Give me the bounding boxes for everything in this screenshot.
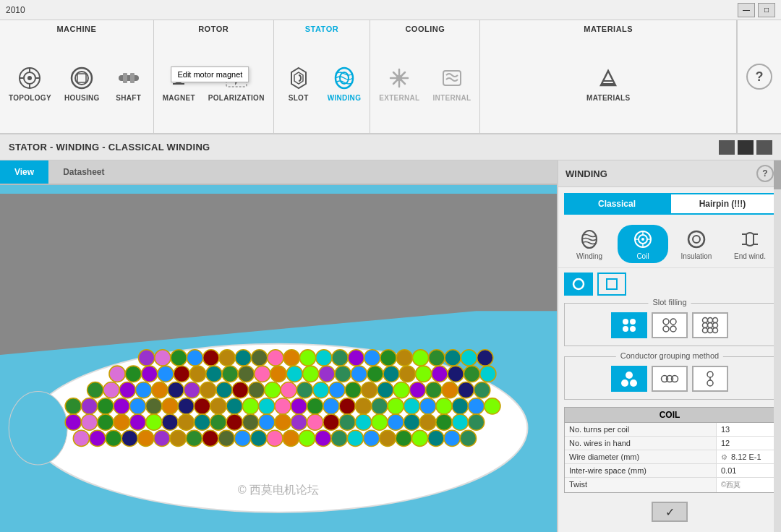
svg-point-84 xyxy=(170,430,186,446)
hairpin-mode-button[interactable]: Hairpin (!!!) xyxy=(670,193,775,215)
winding-tab-icon[interactable]: Winding xyxy=(564,225,615,263)
svg-point-211 xyxy=(707,380,713,386)
svg-point-130 xyxy=(142,366,158,382)
svg-point-120 xyxy=(361,382,377,398)
housing-button[interactable]: HOUSING xyxy=(59,59,106,106)
svg-point-205 xyxy=(621,379,628,387)
insulation-tab-icon[interactable]: Insulation xyxy=(671,225,722,263)
svg-point-148 xyxy=(432,366,448,382)
confirm-button[interactable]: ✓ xyxy=(652,502,688,522)
svg-point-86 xyxy=(202,430,218,446)
svg-point-19 xyxy=(396,75,402,81)
coil-val-diameter[interactable]: ⚙ 8.12 E-1 xyxy=(717,450,774,463)
svg-rect-11 xyxy=(123,73,127,83)
minimize-button[interactable]: — xyxy=(738,3,755,17)
square-shape-button[interactable] xyxy=(597,273,626,296)
tab-bar: View Datasheet xyxy=(0,160,557,185)
internal-button[interactable]: INTERNAL xyxy=(427,59,477,106)
svg-point-138 xyxy=(270,366,286,382)
mode-buttons: Classical Hairpin (!!!) xyxy=(564,193,775,215)
insulation-tab-svg xyxy=(685,228,708,251)
svg-point-98 xyxy=(396,430,411,446)
svg-point-38 xyxy=(275,398,291,414)
svg-rect-20 xyxy=(443,71,461,85)
view-icon-2[interactable] xyxy=(738,140,754,155)
title-bar-text: 2010 xyxy=(6,5,25,15)
coil-val-twist[interactable]: ©西莫 xyxy=(717,478,774,492)
svg-point-51 xyxy=(485,398,500,414)
cg-button-1[interactable] xyxy=(611,366,647,392)
svg-point-94 xyxy=(331,430,347,446)
svg-point-157 xyxy=(219,350,235,366)
coil-key-diameter: Wire diameter (mm) xyxy=(565,450,717,463)
help-toolbar-button[interactable]: ? xyxy=(746,64,772,90)
external-button[interactable]: EXTERNAL xyxy=(373,59,425,106)
tab-view[interactable]: View xyxy=(0,160,48,184)
topology-button[interactable]: TOPOLOGY xyxy=(3,59,57,106)
coil-val-turns[interactable]: 13 xyxy=(717,423,774,436)
tab-datasheet[interactable]: Datasheet xyxy=(48,160,119,184)
svg-point-210 xyxy=(707,372,713,377)
internal-label: INTERNAL xyxy=(433,94,471,102)
svg-point-193 xyxy=(663,326,669,332)
shaft-button[interactable]: SHAFT xyxy=(107,59,150,106)
slot-label: SLOT xyxy=(289,94,309,102)
slot-fill-button-1[interactable] xyxy=(611,312,647,338)
magnet-button[interactable]: MAGNET Edit motor magnet xyxy=(157,59,201,106)
svg-point-85 xyxy=(186,430,202,446)
coil-val-interwire[interactable]: 0.01 xyxy=(717,464,774,477)
maximize-button[interactable]: □ xyxy=(758,3,775,17)
svg-point-29 xyxy=(129,398,145,414)
slot-fill-button-3[interactable] xyxy=(692,312,728,338)
slot-fill-button-2[interactable] xyxy=(652,312,688,338)
svg-point-137 xyxy=(255,366,270,382)
svg-point-67 xyxy=(307,414,323,430)
svg-point-26 xyxy=(81,398,97,414)
svg-point-155 xyxy=(187,350,202,366)
slot-filling-buttons xyxy=(565,309,774,341)
svg-point-173 xyxy=(477,350,493,366)
slot-button[interactable]: SLOT xyxy=(277,59,320,106)
svg-point-134 xyxy=(206,366,222,382)
internal-icon xyxy=(438,64,466,93)
conductor-grouping-buttons xyxy=(565,363,774,395)
coil-row-wires: No. wires in hand 12 xyxy=(565,437,774,450)
svg-point-195 xyxy=(703,318,708,323)
svg-point-46 xyxy=(404,398,419,414)
endwind-tab-icon[interactable]: End wind. xyxy=(725,225,775,263)
winding-button[interactable]: WINDING xyxy=(322,59,367,106)
coil-tab-icon[interactable]: Coil xyxy=(618,225,668,263)
coil-key-twist: Twist xyxy=(565,478,717,492)
view-icon-1[interactable] xyxy=(719,140,735,155)
classical-mode-button[interactable]: Classical xyxy=(564,193,670,215)
svg-point-48 xyxy=(436,398,452,414)
cg-button-2[interactable] xyxy=(652,366,688,392)
materials-button[interactable]: MATERIALS xyxy=(581,59,636,106)
cg-button-3[interactable] xyxy=(692,366,728,392)
svg-point-95 xyxy=(347,430,363,446)
circle-shape-button[interactable] xyxy=(564,273,593,296)
svg-rect-186 xyxy=(607,279,617,289)
svg-point-151 xyxy=(480,366,496,382)
svg-point-105 xyxy=(119,382,135,398)
svg-point-110 xyxy=(200,382,216,398)
svg-point-150 xyxy=(464,366,479,382)
svg-point-62 xyxy=(226,414,242,430)
svg-point-164 xyxy=(332,350,348,366)
svg-point-103 xyxy=(88,382,103,398)
svg-point-141 xyxy=(319,366,335,382)
svg-point-145 xyxy=(383,366,399,382)
coil-key-turns: No. turns per coil xyxy=(565,423,717,436)
view-icon-3[interactable] xyxy=(756,140,772,155)
svg-point-76 xyxy=(452,414,468,430)
svg-point-53 xyxy=(81,414,97,430)
coil-key-interwire: Inter-wire space (mm) xyxy=(565,464,717,477)
right-panel-help-button[interactable]: ? xyxy=(756,165,774,182)
svg-point-119 xyxy=(345,382,361,398)
svg-point-43 xyxy=(355,398,371,414)
svg-point-106 xyxy=(135,382,151,398)
svg-point-185 xyxy=(573,279,584,289)
svg-point-113 xyxy=(248,382,264,398)
svg-point-204 xyxy=(626,372,633,379)
coil-val-wires[interactable]: 12 xyxy=(717,437,774,450)
